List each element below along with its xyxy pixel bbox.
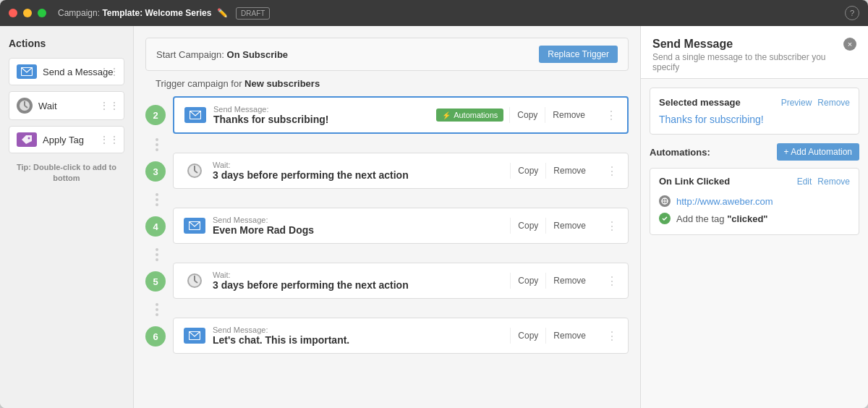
email-icon: [17, 64, 37, 79]
panel-subtitle: Send a single message to the subscriber …: [652, 52, 843, 72]
send-message-icon-2: [184, 107, 206, 123]
automation-badge-2[interactable]: Automations: [436, 109, 503, 122]
copy-button-2[interactable]: Copy: [509, 107, 545, 123]
campaign-name: Template: Welcome Series: [102, 8, 211, 18]
drag-handle-icon: ⋮⋮: [99, 134, 119, 145]
rule-link-url[interactable]: http://www.aweber.com: [676, 196, 773, 207]
step-number-2: 2: [145, 105, 166, 125]
copy-button-5[interactable]: Copy: [510, 273, 545, 289]
automations-label: Automations:: [650, 147, 710, 158]
apply-tag-label: Apply Tag: [43, 135, 84, 145]
start-campaign-block: Start Campaign: On Subscribe Replace Tri…: [145, 38, 629, 96]
rule-remove-button[interactable]: Remove: [817, 177, 850, 187]
step-label-3: Wait:: [213, 161, 503, 169]
drag-handle-icon: ⋮⋮: [99, 100, 119, 111]
link-icon: [659, 195, 671, 207]
titlebar: Campaign: Template: Welcome Series ✏️ DR…: [0, 0, 868, 26]
rule-edit-button[interactable]: Edit: [797, 177, 812, 187]
start-campaign-header: Start Campaign: On Subscribe Replace Tri…: [145, 38, 629, 71]
step-number-5: 5: [145, 271, 166, 292]
sidebar: Actions Send a Message ⋮⋮: [0, 26, 134, 408]
svg-point-5: [28, 137, 30, 140]
remove-selected-button[interactable]: Remove: [817, 98, 850, 108]
step-row-2: 2 Send Message: Thanks for subscribing!: [145, 96, 629, 134]
step-label-6: Send Message:: [213, 326, 503, 334]
drag-handle-4: ⋮: [600, 219, 618, 233]
rule-tag-item: Add the tag "clicked": [659, 210, 850, 227]
maximize-window-button[interactable]: [38, 9, 46, 17]
remove-button-6[interactable]: Remove: [545, 328, 593, 344]
wait-label: Wait: [38, 101, 57, 111]
start-campaign-text: Start Campaign: On Subscribe: [156, 49, 288, 60]
step-title-3: 3 days before performing the next action: [213, 169, 503, 181]
automations-section: Automations: + Add Automation On Link Cl…: [650, 143, 859, 235]
panel-header: Send Message Send a single message to th…: [641, 26, 868, 79]
rule-tag-text: Add the tag "clicked": [676, 213, 768, 224]
rule-link-item: http://www.aweber.com: [659, 192, 850, 210]
remove-button-5[interactable]: Remove: [545, 273, 593, 289]
copy-button-3[interactable]: Copy: [510, 163, 545, 179]
step-label-4: Send Message:: [213, 216, 503, 224]
selected-message-section: Selected message Preview Remove Thanks f…: [650, 88, 859, 135]
check-icon: [659, 213, 671, 224]
panel-title: Send Message: [652, 38, 843, 51]
right-panel: Send Message Send a single message to th…: [640, 26, 868, 408]
step-title-5: 3 days before performing the next action: [213, 279, 503, 291]
step-number-6: 6: [145, 326, 166, 347]
selected-message-name: Thanks for subscribing!: [659, 114, 850, 125]
action-wait[interactable]: Wait ⋮⋮: [9, 91, 124, 120]
automation-rule-title: On Link Clicked: [659, 176, 730, 187]
step-number-4: 4: [145, 216, 166, 237]
step-title-4: Even More Rad Dogs: [213, 224, 503, 236]
help-button[interactable]: ?: [845, 6, 859, 20]
action-send-message[interactable]: Send a Message ⋮⋮: [9, 58, 124, 85]
remove-button-4[interactable]: Remove: [545, 218, 593, 234]
step-label-5: Wait:: [213, 271, 503, 279]
app-window: Campaign: Template: Welcome Series ✏️ DR…: [0, 0, 868, 408]
close-window-button[interactable]: [9, 9, 17, 17]
preview-button[interactable]: Preview: [781, 98, 812, 108]
trigger-description: Trigger campaign for New subscribers: [145, 74, 629, 96]
copy-button-4[interactable]: Copy: [510, 218, 545, 234]
step-card-6[interactable]: Send Message: Let's chat. This is import…: [173, 318, 629, 354]
campaign-area: Start Campaign: On Subscribe Replace Tri…: [134, 26, 640, 408]
drag-handle-6: ⋮: [600, 329, 618, 343]
drag-handle-2: ⋮: [600, 109, 617, 122]
drag-handle-5: ⋮: [600, 274, 618, 288]
wait-icon: [17, 98, 33, 114]
edit-campaign-icon[interactable]: ✏️: [217, 8, 228, 18]
replace-trigger-button[interactable]: Replace Trigger: [539, 46, 618, 63]
selected-message-title: Selected message: [659, 97, 741, 108]
step-row-4: 4 Send Message: Even More Rad Dogs: [145, 208, 629, 244]
step-title-6: Let's chat. This is important.: [213, 334, 503, 346]
drag-handle-icon: ⋮⋮: [99, 66, 119, 77]
step-row-5: 5 Wait: 3 days: [145, 263, 629, 299]
remove-button-3[interactable]: Remove: [545, 163, 593, 179]
wait-icon-3: [184, 163, 205, 179]
minimize-window-button[interactable]: [23, 9, 32, 17]
step-label-2: Send Message:: [213, 105, 429, 114]
add-automation-button[interactable]: + Add Automation: [777, 143, 859, 161]
automation-rule: On Link Clicked Edit Remove: [650, 168, 859, 235]
drag-handle-3: ⋮: [600, 164, 618, 178]
step-card-3[interactable]: Wait: 3 days before performing the next …: [173, 153, 629, 189]
panel-body: Selected message Preview Remove Thanks f…: [641, 79, 868, 408]
step-number-3: 3: [145, 161, 166, 182]
wait-icon-5: [184, 273, 205, 289]
copy-button-6[interactable]: Copy: [510, 328, 545, 344]
action-apply-tag[interactable]: Apply Tag ⋮⋮: [9, 126, 124, 153]
send-message-icon-6: [184, 328, 205, 344]
tip-text: Tip: Double-click to add to bottom: [9, 162, 124, 184]
close-panel-button[interactable]: ×: [843, 38, 856, 51]
step-card-2[interactable]: Send Message: Thanks for subscribing! Au…: [173, 96, 629, 134]
send-message-icon-4: [184, 218, 205, 234]
step-card-5[interactable]: Wait: 3 days before performing the next …: [173, 263, 629, 299]
step-row-6: 6 Send Message: Let's chat. This is impo…: [145, 318, 629, 354]
draft-badge: DRAFT: [236, 7, 270, 20]
titlebar-title: Campaign: Template: Welcome Series ✏️ DR…: [58, 8, 839, 18]
step-title-2: Thanks for subscribing!: [213, 114, 429, 125]
remove-button-2[interactable]: Remove: [545, 107, 592, 123]
main-content: Actions Send a Message ⋮⋮: [0, 26, 868, 408]
tag-icon: [17, 132, 37, 147]
step-card-4[interactable]: Send Message: Even More Rad Dogs Copy Re…: [173, 208, 629, 244]
